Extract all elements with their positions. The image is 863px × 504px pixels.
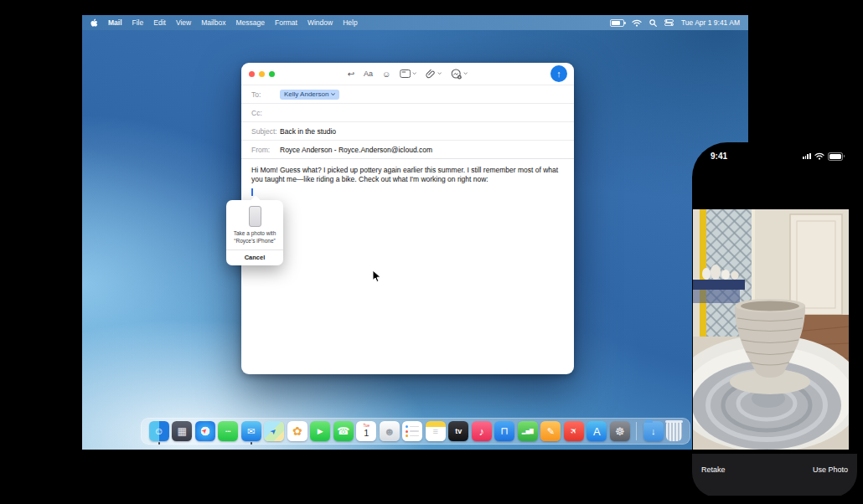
menu-format[interactable]: Format bbox=[275, 18, 297, 27]
text-cursor bbox=[251, 188, 253, 196]
subject-label: Subject: bbox=[251, 127, 280, 136]
header-fields-icon bbox=[400, 69, 411, 78]
retake-button[interactable]: Retake bbox=[701, 465, 726, 474]
from-label: From: bbox=[251, 146, 280, 154]
chevron-down-icon bbox=[331, 93, 335, 96]
chevron-down-icon bbox=[437, 72, 442, 75]
iphone-icon bbox=[249, 206, 261, 227]
cellular-signal-icon bbox=[803, 153, 811, 160]
apple-menu[interactable] bbox=[90, 18, 98, 28]
battery-icon bbox=[828, 152, 843, 161]
menu-clock[interactable]: Tue Apr 1 9:41 AM bbox=[681, 18, 740, 27]
chevron-down-icon bbox=[463, 72, 468, 75]
pages-dock-icon[interactable]: ✎ bbox=[540, 421, 561, 441]
safari-dock-icon[interactable]: ➤ bbox=[195, 421, 215, 441]
menu-view[interactable]: View bbox=[176, 18, 191, 27]
screen: MailFileEditViewMailboxMessageFormatWind… bbox=[0, 0, 863, 504]
close-button[interactable] bbox=[249, 71, 255, 77]
paperclip-icon bbox=[426, 69, 436, 79]
menu-mail[interactable]: Mail bbox=[108, 18, 122, 27]
menu-mailbox[interactable]: Mailbox bbox=[201, 18, 225, 27]
to-label: To: bbox=[251, 90, 280, 99]
minimize-button[interactable] bbox=[259, 71, 265, 77]
phone-dock-icon[interactable]: ☎ bbox=[333, 421, 354, 441]
menu-items: MailFileEditViewMailboxMessageFormatWind… bbox=[108, 18, 368, 27]
wifi-icon bbox=[632, 19, 642, 27]
header-fields-button[interactable] bbox=[400, 69, 416, 78]
chevron-down-icon bbox=[412, 72, 416, 75]
cc-field[interactable]: Cc: bbox=[241, 104, 574, 122]
menu-edit[interactable]: Edit bbox=[153, 18, 166, 27]
menu-help[interactable]: Help bbox=[343, 18, 357, 27]
notes-dock-icon[interactable]: ≡ bbox=[426, 421, 446, 441]
from-field[interactable]: From: Royce Anderson - Royce.Anderson@ic… bbox=[241, 141, 574, 159]
recipient-name: Kelly Anderson bbox=[284, 90, 328, 98]
maps-dock-icon[interactable]: ➤ bbox=[264, 421, 284, 441]
facetime-dock-icon[interactable]: ▶ bbox=[310, 421, 330, 441]
menu-bar: MailFileEditViewMailboxMessageFormatWind… bbox=[82, 15, 748, 30]
message-text: Hi Mom! Guess what? I picked up pottery … bbox=[251, 166, 564, 185]
iphone-status-bar: 9:41 bbox=[711, 152, 843, 161]
format-button[interactable]: Aa bbox=[364, 69, 373, 78]
mail-dock-icon[interactable]: ✉ bbox=[241, 421, 261, 441]
undo-icon[interactable]: ↩ bbox=[348, 69, 354, 79]
dock: ☺▦➤•••✉➤✿▶☎Tue1☻≡tv♪⊓▂▅▇✎✈A☸↓ bbox=[141, 418, 690, 445]
menu-bar-status: Tue Apr 1 9:41 AM bbox=[610, 18, 740, 27]
rocket-app-dock-icon[interactable]: ✈ bbox=[564, 421, 584, 441]
wifi-icon bbox=[814, 152, 824, 160]
reminders-dock-icon[interactable] bbox=[402, 421, 422, 441]
take-photo-popover: Take a photo with “Royce’s iPhone” Cance… bbox=[226, 200, 283, 265]
message-body[interactable]: Hi Mom! Guess what? I picked up pottery … bbox=[241, 159, 574, 205]
send-button[interactable]: ↑ bbox=[550, 65, 567, 82]
menu-window[interactable]: Window bbox=[307, 18, 333, 27]
from-value: Royce Anderson - Royce.Anderson@icloud.c… bbox=[280, 146, 432, 154]
recipient-token[interactable]: Kelly Anderson bbox=[280, 90, 339, 100]
trash-dock-icon[interactable] bbox=[666, 422, 682, 441]
cc-label: Cc: bbox=[251, 109, 280, 117]
contacts-dock-icon[interactable]: ☻ bbox=[380, 421, 400, 441]
menu-message[interactable]: Message bbox=[235, 18, 265, 27]
iphone-clock: 9:41 bbox=[711, 152, 727, 161]
insert-media-icon bbox=[451, 69, 462, 80]
to-field[interactable]: To: Kelly Anderson bbox=[241, 85, 574, 104]
desktop-wallpaper: MailFileEditViewMailboxMessageFormatWind… bbox=[82, 15, 748, 450]
calendar-dock-icon[interactable]: Tue1 bbox=[356, 421, 376, 441]
emoji-icon[interactable]: ☺ bbox=[382, 69, 390, 79]
battery-icon bbox=[610, 19, 624, 27]
messages-dock-icon[interactable]: ••• bbox=[218, 421, 238, 441]
downloads-dock-icon[interactable]: ↓ bbox=[643, 421, 664, 441]
popover-title-line1: Take a photo with bbox=[229, 230, 281, 238]
app-store-dock-icon[interactable]: A bbox=[587, 421, 607, 441]
photos-dock-icon[interactable]: ✿ bbox=[287, 421, 307, 441]
mail-toolbar: ↩ Aa ☺ bbox=[241, 63, 574, 85]
system-settings-dock-icon[interactable]: ☸ bbox=[610, 421, 630, 441]
window-controls bbox=[249, 71, 275, 77]
search-icon[interactable] bbox=[649, 19, 657, 27]
keynote-dock-icon[interactable]: ⊓ bbox=[494, 421, 514, 441]
control-center-icon[interactable] bbox=[664, 19, 674, 26]
numbers-dock-icon[interactable]: ▂▅▇ bbox=[518, 421, 538, 441]
mail-compose-window: ↩ Aa ☺ bbox=[241, 63, 574, 374]
apple-logo-icon bbox=[90, 18, 98, 28]
dock-divider bbox=[636, 422, 637, 440]
mouse-pointer bbox=[372, 270, 381, 283]
iphone-screen: 9:41 bbox=[692, 142, 857, 497]
launchpad-dock-icon[interactable]: ▦ bbox=[172, 421, 192, 441]
camera-action-bar: Retake Use Photo bbox=[692, 454, 857, 496]
subject-field[interactable]: Subject: Back in the studio bbox=[241, 122, 574, 141]
popover-title-line2: “Royce’s iPhone” bbox=[229, 238, 281, 245]
insert-media-button[interactable] bbox=[451, 69, 468, 80]
music-dock-icon[interactable]: ♪ bbox=[472, 421, 492, 441]
camera-preview-pottery bbox=[693, 209, 849, 450]
menu-file[interactable]: File bbox=[132, 18, 144, 27]
cancel-button[interactable]: Cancel bbox=[226, 250, 283, 265]
zoom-button[interactable] bbox=[269, 71, 275, 77]
finder-dock-icon[interactable]: ☺ bbox=[149, 421, 169, 441]
subject-value: Back in the studio bbox=[280, 127, 336, 136]
attach-button[interactable] bbox=[426, 69, 442, 79]
use-photo-button[interactable]: Use Photo bbox=[813, 465, 848, 474]
apple-tv-dock-icon[interactable]: tv bbox=[448, 421, 468, 441]
